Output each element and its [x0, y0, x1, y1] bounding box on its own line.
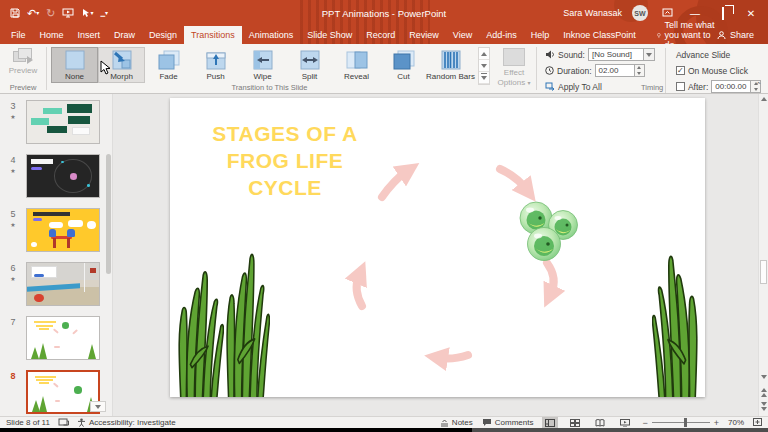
zoom-out-icon[interactable]: −	[642, 418, 647, 428]
transition-push[interactable]: Push	[192, 47, 239, 83]
arrow-down-right[interactable]	[500, 169, 526, 189]
transition-reveal-icon	[344, 50, 370, 70]
next-slide-icon[interactable]	[759, 402, 768, 411]
tab-slide-show[interactable]: Slide Show	[300, 26, 359, 44]
slide-canvas[interactable]: STAGES OF A FROG LIFE CYCLE	[113, 94, 758, 416]
notes-icon	[440, 419, 449, 427]
sound-icon	[545, 50, 555, 59]
zoom-slider[interactable]: − +	[642, 418, 719, 428]
slide-thumbnail-3[interactable]	[26, 100, 100, 144]
tab-help[interactable]: Help	[524, 26, 557, 44]
scroll-down-icon[interactable]	[759, 375, 768, 379]
accessibility-label: Accessibility: Investigate	[89, 418, 176, 427]
thumbnail-scrollbar[interactable]	[106, 154, 111, 274]
tab-design[interactable]: Design	[142, 26, 184, 44]
vertical-scrollbar[interactable]	[758, 94, 768, 416]
transition-fade[interactable]: Fade	[145, 47, 192, 83]
arrow-up[interactable]	[357, 276, 362, 306]
slide-thumbnail-8[interactable]	[26, 370, 100, 414]
powerpoint-window: ↶▾ ↻ ▾ ▁▾ PPT Animations - PowerPoint Sa…	[0, 0, 768, 432]
comments-button[interactable]: Comments	[482, 418, 534, 427]
transition-wipe-icon	[250, 50, 276, 70]
scroll-up-icon[interactable]	[759, 97, 768, 101]
duration-spinner[interactable]: 02.00	[595, 64, 645, 77]
tab-insert[interactable]: Insert	[71, 26, 108, 44]
arrow-down[interactable]	[547, 263, 554, 293]
gallery-scrollbar	[478, 47, 490, 85]
sound-dropdown[interactable]: [No Sound]	[588, 48, 655, 61]
reading-view-button[interactable]	[592, 417, 608, 428]
arrow-up-right[interactable]	[382, 172, 406, 197]
avatar[interactable]: SW	[632, 5, 648, 21]
share-button[interactable]: Share	[717, 26, 768, 44]
transition-group-label: Transition to This Slide	[47, 83, 492, 92]
video-progress-bar[interactable]	[0, 428, 768, 432]
tab-inknoe-classpoint[interactable]: Inknoe ClassPoint	[556, 26, 643, 44]
normal-view-button[interactable]	[542, 417, 558, 428]
sound-label: Sound:	[558, 50, 585, 60]
slide-number: 8	[10, 371, 15, 381]
thumbnail-panel-expand-icon[interactable]	[90, 401, 106, 412]
tab-review[interactable]: Review	[402, 26, 446, 44]
slide-thumbnail-4[interactable]	[26, 154, 100, 198]
duration-down-icon[interactable]	[635, 71, 644, 77]
transition-none[interactable]: None	[51, 47, 98, 83]
slide-sorter-view-button[interactable]	[567, 417, 583, 428]
tab-file[interactable]: File	[4, 26, 33, 44]
tab-view[interactable]: View	[446, 26, 479, 44]
tab-record[interactable]: Record	[359, 26, 402, 44]
ribbon-tabbar: File Home Insert Draw Design Transitions…	[0, 26, 768, 44]
preview-icon	[13, 48, 33, 64]
tab-animations[interactable]: Animations	[242, 26, 301, 44]
preview-button[interactable]: Preview	[9, 48, 37, 75]
transition-reveal[interactable]: Reveal	[333, 47, 380, 83]
timing-group-label: Timing	[537, 83, 767, 92]
tell-me-box[interactable]: Tell me what you want to do	[657, 26, 717, 44]
transition-cut[interactable]: Cut	[380, 47, 427, 83]
display-settings-icon[interactable]	[58, 418, 69, 427]
gallery-scroll-up[interactable]	[479, 48, 489, 60]
checkbox-checked-icon[interactable]: ✓	[676, 66, 685, 75]
slide-thumbnail-6[interactable]	[26, 262, 100, 306]
transition-split[interactable]: Split	[286, 47, 333, 83]
zoom-slider-thumb[interactable]	[684, 418, 687, 427]
tab-home[interactable]: Home	[33, 26, 71, 44]
collapse-ribbon-icon[interactable]: ⌃	[755, 81, 762, 90]
slide-thumbnail-7[interactable]	[26, 316, 100, 360]
grass-clump-left-small[interactable]	[176, 267, 224, 397]
minimize-icon[interactable]: —	[686, 8, 704, 19]
slideshow-view-button[interactable]	[617, 417, 633, 428]
scrollbar-thumb[interactable]	[760, 260, 767, 284]
zoom-in-icon[interactable]: +	[714, 418, 719, 428]
app-header: ↶▾ ↻ ▾ ▁▾ PPT Animations - PowerPoint Sa…	[0, 0, 768, 44]
on-mouse-click-checkbox[interactable]: ✓ On Mouse Click	[676, 64, 761, 77]
slide-thumbnail-5[interactable]	[26, 208, 100, 252]
sound-dropdown-arrow-icon[interactable]	[644, 48, 655, 61]
effect-options-button[interactable]: Effect Options ▾	[492, 44, 536, 93]
slide-number: 4	[10, 155, 15, 165]
gallery-scroll-down[interactable]	[479, 60, 489, 72]
mouse-cursor	[100, 60, 111, 77]
titlebar: ↶▾ ↻ ▾ ▁▾ PPT Animations - PowerPoint Sa…	[0, 0, 768, 26]
accessibility-checker[interactable]: Accessibility: Investigate	[77, 418, 176, 427]
notes-button[interactable]: Notes	[440, 418, 473, 427]
ribbon-display-options-icon[interactable]	[658, 8, 676, 19]
slide-number: 6	[10, 263, 15, 273]
transition-random-bars[interactable]: Random Bars	[427, 47, 474, 83]
arrow-left[interactable]	[440, 355, 468, 359]
close-icon[interactable]: ✕	[742, 8, 760, 19]
frog-eggs-image[interactable]	[517, 199, 581, 263]
tab-draw[interactable]: Draw	[107, 26, 142, 44]
transition-wipe[interactable]: Wipe	[239, 47, 286, 83]
tab-transitions[interactable]: Transitions	[184, 26, 242, 44]
tab-add-ins[interactable]: Add-ins	[479, 26, 524, 44]
zoom-level[interactable]: 70%	[728, 418, 744, 427]
current-slide[interactable]: STAGES OF A FROG LIFE CYCLE	[170, 98, 705, 397]
restore-icon[interactable]	[714, 8, 732, 19]
user-name[interactable]: Sara Wanasak	[563, 8, 622, 18]
slide-indicator[interactable]: Slide 8 of 11	[6, 418, 50, 427]
previous-slide-icon[interactable]	[759, 388, 768, 397]
grass-clump-right[interactable]	[652, 251, 700, 397]
grass-clump-left-tall[interactable]	[224, 249, 270, 397]
fit-slide-to-window-icon[interactable]	[753, 418, 762, 428]
